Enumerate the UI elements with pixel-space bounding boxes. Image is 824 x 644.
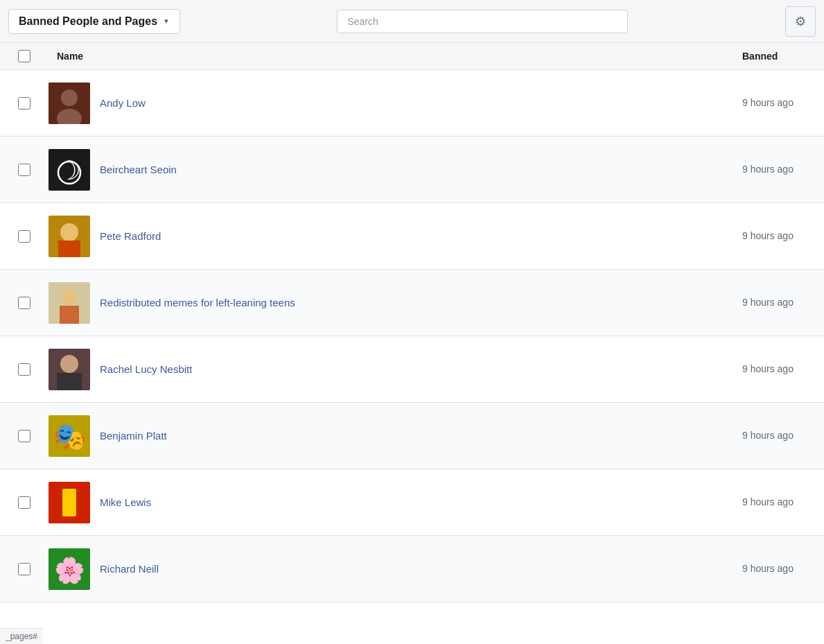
person-name-link[interactable]: Richard Neill (100, 563, 159, 575)
avatar: 🌸 (49, 548, 90, 590)
banned-time-cell: 9 hours ago (734, 221, 824, 252)
avatar (49, 482, 90, 523)
search-input[interactable] (337, 10, 628, 33)
table-row: 🎭 Benjamin Platt 9 hours ago (0, 403, 824, 469)
table-row: Rachel Lucy Nesbitt 9 hours ago (0, 336, 824, 403)
row-checkbox-cell (0, 363, 49, 376)
table-header-row: Name Banned (0, 43, 824, 70)
header-checkbox-cell (0, 50, 49, 62)
banned-time-cell: 9 hours ago (734, 554, 824, 584)
row-name-cell: 🎭 Benjamin Platt (49, 407, 734, 465)
row-checkbox-3[interactable] (18, 230, 30, 243)
svg-text:🎭: 🎭 (53, 421, 87, 453)
table-row: Redistributed memes for left-leaning tee… (0, 270, 824, 336)
page-header: Banned People and Pages ▼ ⚙ (0, 0, 824, 43)
row-checkbox-cell (0, 430, 49, 442)
avatar (49, 349, 90, 390)
avatar (49, 216, 90, 257)
svg-text:🌸: 🌸 (54, 555, 85, 585)
avatar (49, 282, 90, 324)
settings-button[interactable]: ⚙ (785, 6, 816, 37)
svg-point-11 (62, 290, 77, 305)
table-row: Andy Low 9 hours ago (0, 70, 824, 137)
svg-rect-3 (49, 82, 90, 124)
table-body: Andy Low 9 hours ago ☽ Beircheart Seoin … (0, 70, 824, 602)
person-name-link[interactable]: Mike Lewis (100, 496, 151, 508)
banned-time-cell: 9 hours ago (734, 88, 824, 119)
svg-rect-9 (58, 241, 80, 257)
table-row: Pete Radford 9 hours ago (0, 203, 824, 270)
row-checkbox-cell (0, 496, 49, 509)
banned-time-cell: 9 hours ago (734, 288, 824, 318)
row-name-cell: Rachel Lucy Nesbitt (49, 340, 734, 399)
row-checkbox-cell (0, 297, 49, 309)
banned-time-cell: 9 hours ago (734, 155, 824, 185)
table-row: ☽ Beircheart Seoin 9 hours ago (0, 137, 824, 203)
banned-column-header: Banned (734, 51, 824, 62)
banned-time-cell: 9 hours ago (734, 421, 824, 451)
row-checkbox-8[interactable] (18, 563, 30, 575)
row-name-cell: Andy Low (49, 74, 734, 132)
row-checkbox-7[interactable] (18, 496, 30, 509)
row-checkbox-cell (0, 230, 49, 243)
row-checkbox-cell (0, 97, 49, 110)
person-name-link[interactable]: Redistributed memes for left-leaning tee… (100, 297, 295, 308)
select-all-checkbox[interactable] (18, 50, 30, 62)
table-row: Mike Lewis 9 hours ago (0, 469, 824, 536)
row-checkbox-4[interactable] (18, 297, 30, 309)
svg-rect-12 (60, 306, 79, 324)
row-name-cell: ☽ Beircheart Seoin (49, 141, 734, 199)
row-checkbox-cell (0, 164, 49, 176)
person-name-link[interactable]: Beircheart Seoin (100, 164, 177, 175)
svg-point-8 (60, 223, 78, 241)
person-name-link[interactable]: Andy Low (100, 97, 146, 109)
row-checkbox-5[interactable] (18, 363, 30, 376)
row-name-cell: Pete Radford (49, 207, 734, 266)
banned-time-cell: 9 hours ago (734, 354, 824, 385)
row-checkbox-2[interactable] (18, 164, 30, 176)
svg-point-14 (60, 355, 78, 373)
person-name-link[interactable]: Benjamin Platt (100, 430, 167, 442)
banned-table: Name Banned Andy Low 9 hours ago ☽ Beirc… (0, 43, 824, 602)
row-name-cell: 🌸 Richard Neill (49, 540, 734, 598)
dropdown-arrow-icon: ▼ (163, 17, 170, 25)
row-checkbox-cell (0, 563, 49, 575)
svg-rect-19 (62, 489, 76, 516)
row-checkbox-1[interactable] (18, 97, 30, 110)
banned-time-cell: 9 hours ago (734, 487, 824, 518)
avatar (49, 82, 90, 124)
person-name-link[interactable]: Rachel Lucy Nesbitt (100, 363, 192, 375)
title-dropdown-button[interactable]: Banned People and Pages ▼ (8, 9, 180, 34)
page-title: Banned People and Pages (19, 15, 157, 28)
row-name-cell: Redistributed memes for left-leaning tee… (49, 274, 734, 332)
row-checkbox-6[interactable] (18, 430, 30, 442)
avatar: 🎭 (49, 415, 90, 457)
name-column-header: Name (49, 51, 734, 62)
row-name-cell: Mike Lewis (49, 473, 734, 532)
avatar: ☽ (49, 149, 90, 191)
person-name-link[interactable]: Pete Radford (100, 230, 161, 242)
search-wrapper (189, 10, 777, 33)
table-row: 🌸 Richard Neill 9 hours ago (0, 536, 824, 602)
gear-icon: ⚙ (795, 14, 806, 29)
svg-rect-15 (57, 373, 82, 390)
